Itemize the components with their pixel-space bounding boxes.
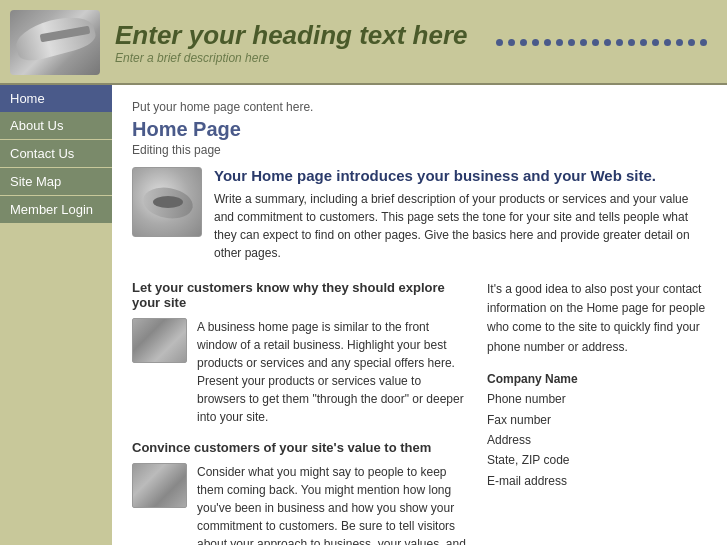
dot: [556, 39, 563, 46]
dot: [604, 39, 611, 46]
dot: [700, 39, 707, 46]
section1-block: A business home page is similar to the f…: [132, 318, 467, 426]
dot: [580, 39, 587, 46]
dot: [628, 39, 635, 46]
dot: [532, 39, 539, 46]
header-description: Enter a brief description here: [115, 51, 496, 65]
intro-headline: Your Home page introduces your business …: [214, 167, 707, 184]
section2-thumbnail: [132, 463, 187, 508]
dot: [544, 39, 551, 46]
intro-body: Write a summary, including a brief descr…: [214, 190, 707, 262]
dot: [664, 39, 671, 46]
dot: [688, 39, 695, 46]
intro-section: Your Home page introduces your business …: [132, 167, 707, 262]
contact-email: E-mail address: [487, 471, 707, 491]
layout: Home About Us Contact Us Site Map Member…: [0, 85, 727, 545]
right-info: It's a good idea to also post your conta…: [487, 280, 707, 357]
contact-phone: Phone number: [487, 389, 707, 409]
main-content: Put your home page content here. Home Pa…: [112, 85, 727, 545]
header-title: Enter your heading text here: [115, 20, 496, 51]
contact-block: Company Name Phone number Fax number Add…: [487, 369, 707, 491]
right-column: It's a good idea to also post your conta…: [487, 280, 707, 545]
sidebar-item-sitemap[interactable]: Site Map: [0, 168, 112, 196]
sidebar-item-home[interactable]: Home: [0, 85, 112, 112]
dot: [520, 39, 527, 46]
section2-heading: Convince customers of your site's value …: [132, 440, 467, 455]
sidebar-item-about[interactable]: About Us: [0, 112, 112, 140]
sidebar-item-login[interactable]: Member Login: [0, 196, 112, 224]
two-column-section: Let your customers know why they should …: [132, 280, 707, 545]
contact-fax: Fax number: [487, 410, 707, 430]
contact-zip: State, ZIP code: [487, 450, 707, 470]
section1-text: A business home page is similar to the f…: [197, 318, 467, 426]
section1-heading: Let your customers know why they should …: [132, 280, 467, 310]
header-image: [10, 10, 100, 75]
dot: [496, 39, 503, 46]
put-content-label: Put your home page content here.: [132, 100, 707, 114]
sidebar-item-contact[interactable]: Contact Us: [0, 140, 112, 168]
dot: [676, 39, 683, 46]
section2-text: Consider what you might say to people to…: [197, 463, 467, 545]
header-dots: [496, 39, 727, 46]
contact-address: Address: [487, 430, 707, 450]
section2-block: Consider what you might say to people to…: [132, 463, 467, 545]
sidebar: Home About Us Contact Us Site Map Member…: [0, 85, 112, 545]
section1-thumbnail: [132, 318, 187, 363]
dot: [640, 39, 647, 46]
dot: [568, 39, 575, 46]
intro-image: [132, 167, 202, 237]
company-name: Company Name: [487, 369, 707, 389]
dot: [508, 39, 515, 46]
left-column: Let your customers know why they should …: [132, 280, 467, 545]
dot: [616, 39, 623, 46]
page-title: Home Page: [132, 118, 707, 141]
intro-text: Your Home page introduces your business …: [214, 167, 707, 262]
header-text: Enter your heading text here Enter a bri…: [100, 20, 496, 65]
dot: [592, 39, 599, 46]
editing-label: Editing this page: [132, 143, 707, 157]
header: Enter your heading text here Enter a bri…: [0, 0, 727, 85]
dot: [652, 39, 659, 46]
